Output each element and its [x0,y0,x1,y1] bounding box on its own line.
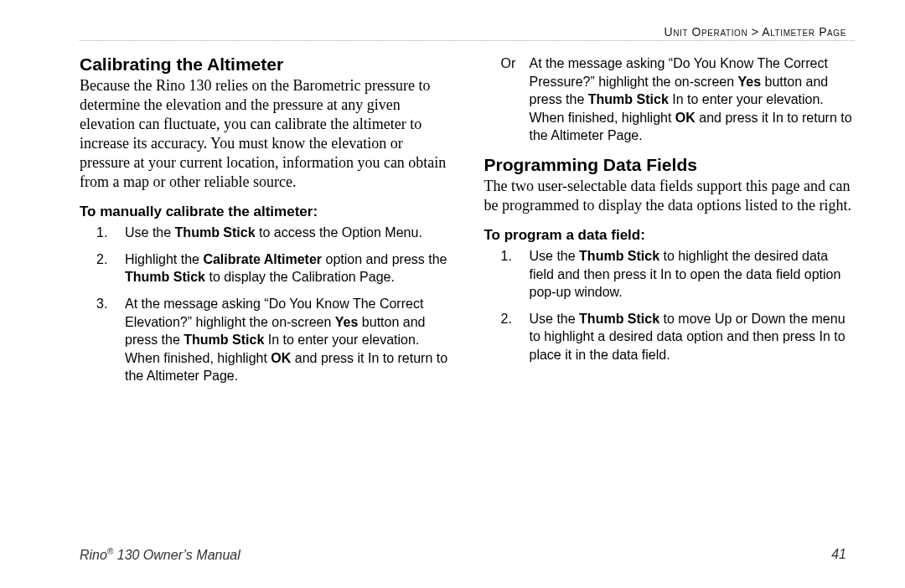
left-column: Calibrating the Altimeter Because the Ri… [80,54,451,394]
steps-program: 1.Use the Thumb Stick to highlight the d… [501,247,856,364]
breadcrumb-section: Unit Operation [664,25,747,39]
bold-text: Thumb Stick [579,249,659,263]
subheading-program: To program a data field: [484,227,856,244]
footer-product-a: Rino [80,548,107,562]
text: Use the [530,312,580,326]
subheading-manual: To manually calibrate the altimeter: [80,204,451,220]
intro-programming: The two user-selectable data fields supp… [484,177,856,215]
step-number: 2. [96,250,107,269]
list-item: 1.Use the Thumb Stick to access the Opti… [96,224,451,242]
steps-manual: 1.Use the Thumb Stick to access the Opti… [96,224,451,385]
list-item: 2.Use the Thumb Stick to move Up or Down… [501,310,856,364]
step-number: 1. [501,247,512,266]
bold-text: Thumb Stick [588,92,669,106]
bold-text: Thumb Stick [579,312,659,326]
text: Use the [530,249,580,263]
bold-text: OK [675,111,696,125]
bold-text: OK [271,351,291,365]
bold-text: Yes [335,315,359,329]
breadcrumb-sep: > [747,25,762,39]
steps-or: OrAt the message asking “Do You Know The… [501,54,856,145]
list-item: 3.At the message asking “Do You Know The… [96,295,451,385]
right-column: OrAt the message asking “Do You Know The… [484,54,856,394]
heading-programming: Programming Data Fields [484,155,856,175]
divider [80,40,855,41]
bold-text: Thumb Stick [125,270,205,284]
footer: Rino® 130 Owner’s Manual 41 [80,547,846,563]
text: Highlight the [125,252,203,266]
bold-text: Yes [738,75,762,89]
step-prefix: Or [501,54,516,73]
heading-calibrating: Calibrating the Altimeter [80,54,451,75]
list-item: 2.Highlight the Calibrate Altimeter opti… [96,250,451,286]
bold-text: Calibrate Altimeter [203,252,322,266]
page-number: 41 [831,547,846,563]
text: Use the [125,225,175,240]
breadcrumb-sub: Altimeter Page [762,25,846,39]
list-item: OrAt the message asking “Do You Know The… [501,54,856,145]
step-number: 1. [96,224,107,242]
breadcrumb: Unit Operation > Altimeter Page [80,25,855,39]
intro-calibrating: Because the Rino 130 relies on the Barom… [80,76,451,192]
text: to access the Option Menu. [256,225,422,240]
step-number: 2. [501,310,512,328]
step-number: 3. [96,295,107,313]
footer-product-b: 130 Owner’s Manual [113,548,240,562]
bold-text: Thumb Stick [184,333,264,347]
text: option and press the [322,252,447,266]
footer-product: Rino® 130 Owner’s Manual [80,547,240,563]
text: to display the Calibration Page. [205,270,395,284]
content-columns: Calibrating the Altimeter Because the Ri… [80,54,855,394]
bold-text: Thumb Stick [175,225,256,240]
list-item: 1.Use the Thumb Stick to highlight the d… [501,247,856,302]
